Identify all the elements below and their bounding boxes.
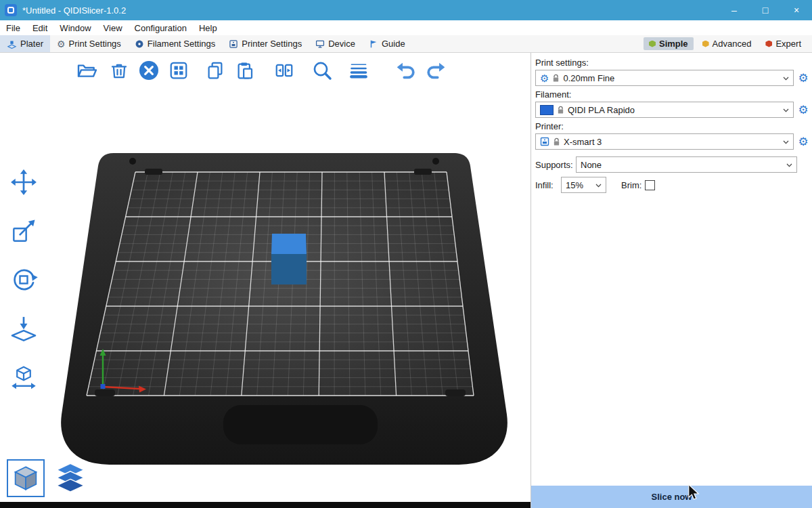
tab-printer-settings[interactable]: Printer Settings: [222, 35, 309, 52]
tab-label: Plater: [20, 39, 43, 49]
filament-gear-button[interactable]: ⚙: [797, 104, 809, 116]
rotate-button[interactable]: [8, 264, 39, 295]
scale-icon: [9, 216, 39, 246]
menu-help[interactable]: Help: [193, 23, 223, 33]
variable-layer-height-button[interactable]: [346, 58, 371, 83]
mode-label: Advanced: [713, 39, 752, 49]
delete-icon: [109, 60, 129, 81]
model-object[interactable]: [271, 234, 307, 284]
tab-label: Filament Settings: [148, 39, 215, 49]
mode-selector: Simple Advanced Expert: [644, 35, 812, 52]
place-on-face-button[interactable]: [8, 313, 39, 344]
delete-button[interactable]: [107, 58, 131, 83]
filament-icon: [135, 39, 144, 49]
filament-combo[interactable]: QIDI PLA Rapido: [535, 102, 794, 118]
redo-button[interactable]: [424, 58, 448, 83]
supports-value: None: [581, 160, 602, 170]
menu-bar: File Edit Window View Configuration Help: [0, 20, 812, 35]
copy-button[interactable]: [203, 58, 227, 83]
arrange-icon: [168, 60, 189, 81]
tab-label: Printer Settings: [242, 39, 302, 49]
undo-button[interactable]: [394, 58, 418, 83]
minimize-button[interactable]: –: [719, 0, 750, 20]
mouse-cursor: [687, 484, 700, 501]
view-switch: [7, 459, 89, 497]
chevron-down-icon: [786, 163, 792, 167]
mode-label: Simple: [659, 39, 688, 49]
printer-gear-button[interactable]: ⚙: [797, 136, 809, 148]
simple-mode-icon: [649, 41, 656, 47]
print-settings-combo[interactable]: ⚙ 0.20mm Fine: [535, 70, 794, 86]
view-3d-icon: [10, 463, 41, 494]
open-icon: [76, 60, 97, 81]
tab-print-settings[interactable]: ⚙ Print Settings: [50, 35, 128, 52]
redo-icon: [425, 60, 447, 81]
tab-guide[interactable]: Guide: [362, 35, 412, 52]
menu-file[interactable]: File: [0, 23, 26, 33]
tab-plater[interactable]: Plater: [0, 35, 50, 52]
split-button[interactable]: [272, 58, 296, 83]
size-icon: [9, 362, 39, 392]
chevron-down-icon: [783, 108, 789, 112]
printer-icon: [229, 39, 238, 49]
object-manipulation-toolbar: [8, 167, 39, 393]
printer-handle: [223, 405, 378, 444]
filament-value: QIDI PLA Rapido: [568, 105, 635, 115]
close-button[interactable]: ×: [781, 0, 812, 20]
tab-label: Guide: [382, 39, 405, 49]
settings-sidebar: Print settings: ⚙ 0.20mm Fine ⚙ Filament…: [531, 53, 812, 508]
delete-all-button[interactable]: [137, 58, 161, 83]
lock-icon: [553, 137, 560, 146]
viewport-toolbar: [74, 58, 453, 83]
tab-label: Device: [328, 39, 355, 49]
undo-icon: [395, 60, 417, 81]
tab-device[interactable]: Device: [309, 35, 362, 52]
supports-combo[interactable]: None: [576, 156, 797, 173]
slice-now-button[interactable]: Slice now: [531, 486, 812, 508]
chevron-down-icon: [783, 140, 789, 144]
gear-icon: ⚙: [57, 39, 66, 49]
gear-icon: ⚙: [540, 73, 549, 83]
tab-label: Print Settings: [69, 39, 121, 49]
mode-expert[interactable]: Expert: [760, 37, 807, 50]
supports-label: Supports:: [535, 160, 572, 170]
mode-advanced[interactable]: Advanced: [697, 37, 757, 50]
menu-window[interactable]: Window: [53, 23, 97, 33]
app-logo-icon: [5, 4, 17, 16]
tab-bar: Plater ⚙ Print Settings Filament Setting…: [0, 35, 812, 53]
infill-label: Infill:: [535, 180, 558, 190]
search-button[interactable]: [310, 58, 334, 83]
printer-combo[interactable]: X-smart 3: [535, 133, 794, 150]
print-settings-value: 0.20mm Fine: [563, 73, 614, 83]
menu-configuration[interactable]: Configuration: [129, 23, 193, 33]
viewport-3d[interactable]: [0, 53, 531, 508]
brim-checkbox[interactable]: [645, 180, 655, 190]
infill-combo[interactable]: 15%: [561, 177, 606, 193]
title-bar: *Untitled - QIDISlicer-1.0.2 – □ ×: [0, 0, 812, 20]
size-button[interactable]: [8, 362, 39, 393]
lock-icon: [552, 74, 560, 83]
infill-value: 15%: [566, 180, 583, 190]
app-window: *Untitled - QIDISlicer-1.0.2 – □ × File …: [0, 0, 812, 508]
split-icon: [274, 60, 294, 81]
paste-button[interactable]: [233, 58, 257, 83]
mode-label: Expert: [775, 39, 801, 49]
view-layers-button[interactable]: [51, 459, 89, 497]
scale-button[interactable]: [8, 215, 39, 247]
advanced-mode-icon: [702, 41, 709, 47]
filament-label: Filament:: [535, 89, 809, 100]
tab-filament-settings[interactable]: Filament Settings: [128, 35, 222, 52]
mode-simple[interactable]: Simple: [644, 37, 694, 50]
print-settings-gear-button[interactable]: ⚙: [797, 72, 809, 84]
move-button[interactable]: [8, 167, 39, 198]
scene-canvas[interactable]: [0, 53, 531, 508]
plater-icon: [7, 39, 17, 49]
view-3d-button[interactable]: [7, 459, 45, 497]
expert-mode-icon: [765, 41, 772, 47]
paste-icon: [235, 60, 255, 81]
menu-view[interactable]: View: [97, 23, 129, 33]
open-button[interactable]: [74, 58, 99, 83]
arrange-button[interactable]: [166, 58, 191, 83]
maximize-button[interactable]: □: [750, 0, 781, 20]
menu-edit[interactable]: Edit: [26, 23, 53, 33]
